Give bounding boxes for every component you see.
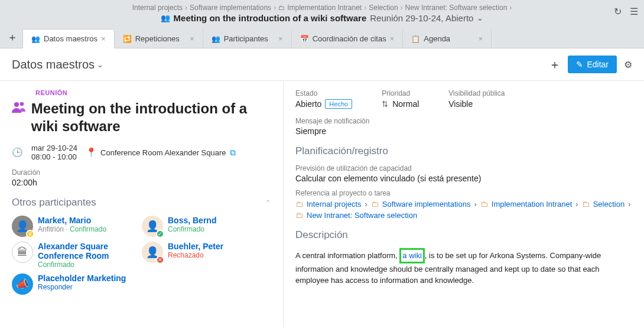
folder-icon: 🗀 bbox=[371, 200, 379, 209]
breadcrumb-item[interactable]: Internal projects bbox=[132, 4, 183, 12]
wiki-link[interactable]: a wiki bbox=[402, 251, 422, 260]
mensaje-label: Mensaje de notificación bbox=[295, 117, 632, 125]
participant-item: 👤♛ Market, Mario Anfitrión · Confirmado bbox=[12, 216, 136, 237]
breadcrumb-item[interactable]: Implementation Intranet bbox=[287, 4, 362, 12]
participant-item: 👤✕ Buehler, Peter Rechazado bbox=[142, 242, 266, 269]
tab-label: Repeticiones bbox=[135, 34, 180, 43]
visibilidad-label: Visibilidad pública bbox=[448, 89, 505, 97]
meeting-title: Meeting on the introduction of a wiki so… bbox=[31, 100, 271, 135]
add-tab-button[interactable]: ＋ bbox=[2, 27, 22, 48]
tab-label: Datos maestros bbox=[44, 34, 97, 43]
tab-label: Participantes bbox=[224, 34, 268, 43]
settings-icon[interactable]: ⚙ bbox=[624, 59, 632, 70]
ref-link[interactable]: Implementation Intranet bbox=[492, 200, 573, 209]
avatar[interactable]: 👤✕ bbox=[142, 242, 163, 263]
folder-icon: 🗀 bbox=[295, 200, 303, 209]
page-title-row: 👥 Meeting on the introduction of a wiki … bbox=[161, 13, 484, 23]
descripcion-text: A central information platform, a wiki, … bbox=[295, 248, 632, 286]
breadcrumb-item[interactable]: New Intranet: Software selection bbox=[405, 4, 508, 12]
confirmed-badge-icon: ✓ bbox=[156, 230, 164, 238]
ref-link[interactable]: New Intranet: Software selection bbox=[307, 211, 417, 220]
page-title: Meeting on the introduction of a wiki so… bbox=[174, 13, 367, 23]
ref-link[interactable]: Software implementations bbox=[382, 200, 471, 209]
svg-point-1 bbox=[20, 102, 24, 106]
agenda-icon: 📋 bbox=[411, 35, 420, 43]
menu-icon[interactable]: ☰ bbox=[630, 6, 638, 17]
prevision-value: Calcular con elemento vinculado (si está… bbox=[295, 174, 632, 183]
participants-list: 👤♛ Market, Mario Anfitrión · Confirmado … bbox=[12, 216, 271, 295]
ref-label: Referencia al proyecto o tarea bbox=[295, 189, 632, 197]
people-icon: 👥 bbox=[212, 35, 220, 43]
descripcion-title: Descripción bbox=[295, 229, 632, 241]
breadcrumb-item[interactable]: Software implementations bbox=[190, 4, 271, 12]
priority-icon: ⇄ bbox=[380, 100, 390, 108]
close-tab-icon[interactable]: × bbox=[190, 34, 194, 43]
prevision-label: Previsión de utilización de capacidad bbox=[295, 164, 632, 172]
respond-link[interactable]: Responder bbox=[38, 283, 73, 291]
topbar: Internal projects› Software implementati… bbox=[0, 0, 644, 27]
participant-name[interactable]: Buehler, Peter bbox=[168, 242, 223, 251]
tab-participantes[interactable]: 👥 Participantes × bbox=[203, 30, 292, 48]
tab-agenda[interactable]: 📋 Agenda × bbox=[403, 30, 492, 48]
meeting-icon bbox=[12, 100, 27, 113]
copy-icon[interactable]: ⧉ bbox=[230, 148, 236, 158]
page-subtitle: Reunión 29-10-24, Abierto bbox=[370, 13, 473, 23]
meeting-icon: 👥 bbox=[161, 14, 170, 22]
duration-label: Duración bbox=[12, 168, 271, 177]
estado-value: Abierto bbox=[295, 99, 321, 109]
highlight-box: a wiki bbox=[399, 248, 425, 263]
participant-item: 🏛 Alexander Square Conference Room Confi… bbox=[12, 242, 136, 269]
repeat-icon: 🔁 bbox=[123, 35, 132, 43]
avatar[interactable]: 👤♛ bbox=[12, 216, 33, 237]
ref-link[interactable]: Selection bbox=[593, 200, 625, 209]
other-participants-title: Otros participantes ⌃ bbox=[12, 197, 271, 209]
ref-link[interactable]: Internal projects bbox=[307, 200, 362, 209]
chevron-down-icon: ⌄ bbox=[97, 60, 103, 69]
visibilidad-value: Visible bbox=[448, 99, 505, 109]
close-tab-icon[interactable]: × bbox=[390, 34, 395, 43]
meeting-type-label: REUNIÓN bbox=[35, 89, 271, 96]
folder-icon: 🗀 bbox=[295, 211, 303, 220]
subheader-title[interactable]: Datos maestros ⌄ bbox=[12, 58, 103, 71]
avatar[interactable]: 🏛 bbox=[12, 242, 33, 263]
avatar[interactable]: 📣 bbox=[12, 273, 33, 295]
avatar[interactable]: 👤✓ bbox=[142, 216, 163, 237]
clock-icon: 🕒 bbox=[12, 147, 23, 158]
refresh-icon[interactable]: ↻ bbox=[614, 6, 622, 17]
tabbar: ＋ 👥 Datos maestros × 🔁 Repeticiones × 👥 … bbox=[0, 27, 644, 48]
meeting-date: mar 29-10-24 bbox=[31, 144, 77, 152]
folder-icon: 🗀 bbox=[582, 200, 590, 209]
folder-icon: 🗀 bbox=[278, 4, 285, 11]
tab-coordinacion[interactable]: 📅 Coordinación de citas × bbox=[292, 30, 404, 48]
breadcrumb: Internal projects› Software implementati… bbox=[132, 4, 512, 12]
tab-repeticiones[interactable]: 🔁 Repeticiones × bbox=[115, 30, 203, 48]
close-tab-icon[interactable]: × bbox=[278, 34, 283, 43]
participant-name[interactable]: Alexander Square Conference Room bbox=[38, 242, 136, 260]
participant-item: 👤✓ Boss, Bernd Confirmado bbox=[142, 216, 266, 237]
ref-links: 🗀Internal projects› 🗀Software implementa… bbox=[295, 200, 632, 220]
participant-name[interactable]: Market, Mario bbox=[38, 216, 106, 225]
participant-name[interactable]: Placeholder Marketing bbox=[38, 273, 126, 283]
subheader: Datos maestros ⌄ ＋ ✎ Editar ⚙ bbox=[0, 48, 644, 81]
edit-button[interactable]: ✎ Editar bbox=[568, 56, 617, 73]
rejected-badge-icon: ✕ bbox=[156, 256, 164, 264]
collapse-icon[interactable]: ⌃ bbox=[265, 198, 271, 207]
host-badge-icon: ♛ bbox=[26, 230, 34, 238]
participant-item: 📣 Placeholder Marketing Responder bbox=[12, 273, 136, 295]
meeting-location: Conference Room Alexander Square bbox=[100, 148, 226, 157]
participant-name[interactable]: Boss, Bernd bbox=[168, 216, 216, 225]
tab-datos-maestros[interactable]: 👥 Datos maestros × bbox=[22, 29, 115, 48]
done-button[interactable]: Hecho bbox=[325, 99, 352, 109]
tab-icon: 👥 bbox=[31, 35, 40, 43]
edit-icon: ✎ bbox=[576, 60, 583, 69]
close-tab-icon[interactable]: × bbox=[479, 34, 483, 43]
add-button[interactable]: ＋ bbox=[549, 57, 561, 73]
chevron-down-icon[interactable]: ⌄ bbox=[477, 14, 483, 22]
duration-value: 02:00h bbox=[12, 178, 271, 187]
planning-title: Planificación/registro bbox=[295, 145, 632, 157]
prioridad-value: Normal bbox=[392, 99, 419, 109]
close-tab-icon[interactable]: × bbox=[101, 34, 106, 43]
breadcrumb-item[interactable]: Selection bbox=[369, 4, 398, 12]
location-icon: 📍 bbox=[86, 147, 97, 158]
meeting-time: 08:00 - 10:00 bbox=[31, 152, 77, 161]
